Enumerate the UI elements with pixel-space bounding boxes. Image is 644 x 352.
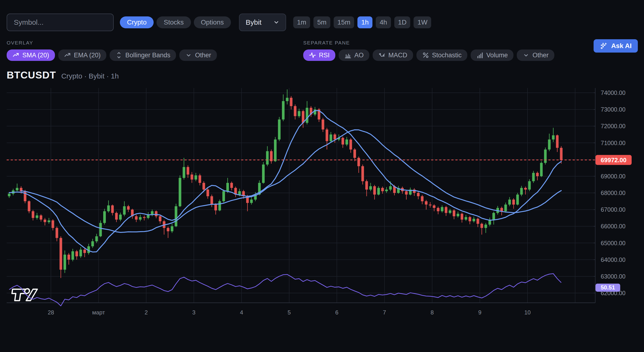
svg-text:73000.00: 73000.00 [601,106,626,113]
svg-text:50.51: 50.51 [601,284,615,291]
time-axis[interactable]: 28март2345678910 [48,309,531,316]
svg-text:68000.00: 68000.00 [601,190,626,196]
svg-text:69000.00: 69000.00 [601,173,626,180]
price-axis[interactable]: 74000.0073000.0072000.0071000.0070000.00… [594,90,626,296]
svg-text:66000.00: 66000.00 [601,223,626,230]
chart-canvas[interactable]: 74000.0073000.0072000.0071000.0070000.00… [0,0,644,352]
current-price-tag: 69972.00 [596,155,632,165]
svg-text:9: 9 [478,309,481,316]
svg-text:март: март [92,309,105,316]
svg-text:67000.00: 67000.00 [601,206,626,213]
rsi-line [9,274,561,306]
candlestick-series [8,90,562,278]
svg-text:10: 10 [524,309,531,316]
svg-text:7: 7 [383,309,386,316]
svg-text:4: 4 [240,309,243,316]
svg-text:72000.00: 72000.00 [601,123,626,130]
svg-text:64000.00: 64000.00 [601,256,626,263]
svg-text:3: 3 [192,309,196,316]
sma-fast-line [9,110,561,252]
svg-text:63000.00: 63000.00 [601,273,626,280]
svg-text:74000.00: 74000.00 [601,90,626,96]
svg-text:2: 2 [144,309,148,316]
svg-text:8: 8 [431,309,434,316]
svg-text:69972.00: 69972.00 [601,156,626,164]
svg-text:6: 6 [335,309,338,316]
svg-text:5: 5 [288,309,290,316]
svg-text:28: 28 [48,309,54,316]
rsi-value-tag: 50.51 [596,284,620,292]
svg-text:65000.00: 65000.00 [601,240,626,246]
svg-text:71000.00: 71000.00 [601,140,626,146]
